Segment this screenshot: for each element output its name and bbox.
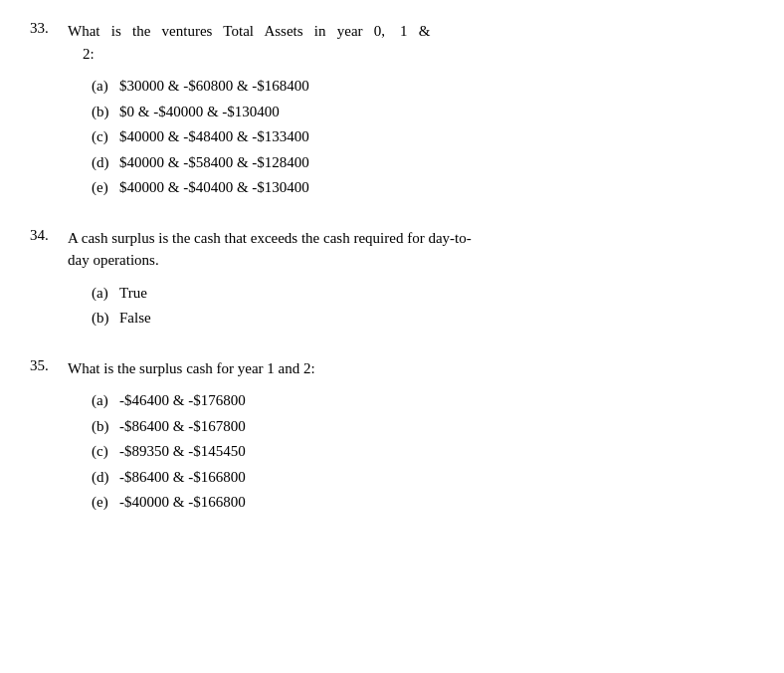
- options-list-33: (a) $30000 & -$60800 & -$168400 (b) $0 &…: [92, 75, 754, 199]
- option-text-35c: -$89350 & -$145450: [119, 440, 246, 463]
- option-text-33a: $30000 & -$60800 & -$168400: [119, 75, 309, 98]
- option-label-35d: (d): [92, 466, 119, 489]
- option-text-33c: $40000 & -$48400 & -$133400: [119, 125, 309, 148]
- question-number-35: 35.: [30, 357, 68, 374]
- option-label-33d: (d): [92, 151, 119, 174]
- option-text-34b: False: [119, 307, 151, 330]
- option-label-34a: (a): [92, 282, 119, 305]
- option-label-33c: (c): [92, 125, 119, 148]
- option-text-35e: -$40000 & -$166800: [119, 491, 246, 514]
- option-34b: (b) False: [92, 307, 754, 330]
- option-35d: (d) -$86400 & -$166800: [92, 466, 754, 489]
- question-number-34: 34.: [30, 227, 68, 244]
- option-33d: (d) $40000 & -$58400 & -$128400: [92, 151, 754, 174]
- question-text-34: A cash surplus is the cash that exceeds …: [68, 227, 754, 272]
- option-33c: (c) $40000 & -$48400 & -$133400: [92, 125, 754, 148]
- option-label-34b: (b): [92, 307, 119, 330]
- options-list-34: (a) True (b) False: [92, 282, 754, 330]
- option-label-35b: (b): [92, 415, 119, 438]
- option-text-35d: -$86400 & -$166800: [119, 466, 246, 489]
- option-33e: (e) $40000 & -$40400 & -$130400: [92, 176, 754, 199]
- option-33a: (a) $30000 & -$60800 & -$168400: [92, 75, 754, 98]
- option-label-35a: (a): [92, 389, 119, 412]
- option-label-35c: (c): [92, 440, 119, 463]
- option-33b: (b) $0 & -$40000 & -$130400: [92, 101, 754, 123]
- option-35e: (e) -$40000 & -$166800: [92, 491, 754, 514]
- option-label-33a: (a): [92, 75, 119, 98]
- option-label-33b: (b): [92, 101, 119, 123]
- option-35c: (c) -$89350 & -$145450: [92, 440, 754, 463]
- option-35b: (b) -$86400 & -$167800: [92, 415, 754, 438]
- option-text-35a: -$46400 & -$176800: [119, 389, 246, 412]
- question-text-33: What is the ventures Total Assets in yea…: [68, 20, 754, 65]
- option-text-33e: $40000 & -$40400 & -$130400: [119, 176, 309, 199]
- option-34a: (a) True: [92, 282, 754, 305]
- question-number-33: 33.: [30, 20, 68, 37]
- question-35: 35. What is the surplus cash for year 1 …: [30, 357, 754, 514]
- question-34: 34. A cash surplus is the cash that exce…: [30, 227, 754, 330]
- options-list-35: (a) -$46400 & -$176800 (b) -$86400 & -$1…: [92, 389, 754, 514]
- option-text-34a: True: [119, 282, 147, 305]
- option-label-33e: (e): [92, 176, 119, 199]
- option-text-35b: -$86400 & -$167800: [119, 415, 246, 438]
- question-text-35: What is the surplus cash for year 1 and …: [68, 357, 754, 380]
- question-33: 33. What is the ventures Total Assets in…: [30, 20, 754, 199]
- option-text-33b: $0 & -$40000 & -$130400: [119, 101, 280, 123]
- option-label-35e: (e): [92, 491, 119, 514]
- option-35a: (a) -$46400 & -$176800: [92, 389, 754, 412]
- option-text-33d: $40000 & -$58400 & -$128400: [119, 151, 309, 174]
